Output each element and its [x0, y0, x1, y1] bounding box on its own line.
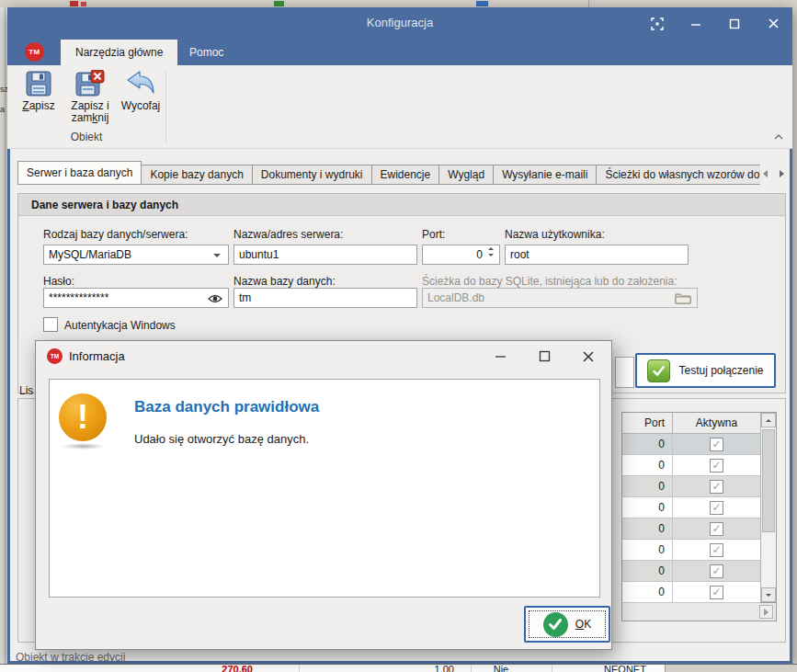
- active-checkbox[interactable]: [710, 522, 723, 536]
- tab-wysylanie-email[interactable]: Wysyłanie e-maili: [493, 165, 597, 185]
- table-row[interactable]: 0: [622, 582, 760, 603]
- spin-up-icon[interactable]: [488, 247, 494, 250]
- tab-wyglad[interactable]: Wygląd: [438, 165, 494, 185]
- port-spinner[interactable]: 0: [422, 245, 500, 265]
- active-checkbox[interactable]: [710, 543, 723, 557]
- ribbon-tab-narzedzia-glowne[interactable]: Narzędzia główne: [61, 40, 177, 65]
- dialog-maximize-button[interactable]: [529, 346, 560, 367]
- db-type-value: MySQL/MariaDB: [49, 248, 131, 261]
- chevron-up-icon: [773, 133, 784, 141]
- chevron-left-icon: [763, 170, 768, 177]
- username-input[interactable]: root: [505, 245, 689, 265]
- maximize-button[interactable]: [721, 14, 748, 33]
- port-cell: 0: [622, 582, 673, 602]
- port-cell: 0: [622, 455, 673, 475]
- ok-button-label: OK: [575, 618, 591, 631]
- table-row[interactable]: 0: [622, 540, 760, 561]
- scroll-down-button[interactable]: [761, 587, 776, 602]
- dialog-minimize-button[interactable]: [484, 346, 516, 367]
- table-row[interactable]: 0: [622, 518, 760, 540]
- db-type-label: Rodzaj bazy danych/serwera:: [43, 228, 188, 241]
- save-close-floppy-icon: [75, 70, 105, 97]
- dbname-input[interactable]: tm: [233, 288, 417, 308]
- settings-tabstrip: Serwer i baza danych Kopie bazy danych D…: [17, 161, 760, 185]
- dialog-title-bar[interactable]: TM Informacja: [36, 341, 611, 371]
- tab-serwer-i-baza-danych[interactable]: Serwer i baza danych: [17, 161, 142, 185]
- ok-button[interactable]: OK: [524, 606, 610, 643]
- port-label: Port:: [422, 228, 445, 241]
- tabs-scroll-right-button[interactable]: [775, 166, 789, 180]
- server-address-label: Nazwa/adres serwera:: [233, 228, 343, 241]
- sqlite-path-label: Ścieżka do bazy SQLite, istniejąca lub d…: [422, 275, 677, 288]
- column-header-aktywna[interactable]: Aktywna: [673, 413, 760, 433]
- arrow-down-icon: [766, 594, 771, 597]
- ribbon-collapse-button[interactable]: [772, 131, 785, 142]
- table-row[interactable]: 0: [622, 561, 760, 582]
- dialog-content: ! Baza danych prawidłowa Udało się otwor…: [49, 379, 600, 598]
- save-and-close-button[interactable]: Zapisz i zamknij: [64, 70, 116, 124]
- windows-auth-checkbox[interactable]: [43, 317, 58, 332]
- background-text-fragment: a: [0, 105, 5, 114]
- table-row[interactable]: 0: [622, 434, 760, 455]
- background-divider: [588, 0, 589, 7]
- port-cell: 0: [622, 497, 673, 518]
- dbname-label: Nazwa bazy danych:: [233, 275, 336, 288]
- sqlite-path-input: LocalDB.db: [422, 288, 698, 308]
- ribbon-tab-pomoc[interactable]: Pomoc: [175, 40, 238, 65]
- save-button-label: Zapisz: [22, 100, 54, 112]
- vertical-scrollbar[interactable]: [760, 413, 776, 602]
- username-value: root: [510, 248, 529, 261]
- dialog-message: Udało się otworzyć bazę danych.: [134, 432, 309, 446]
- password-input[interactable]: **************: [43, 288, 229, 308]
- sqlite-path-value: LocalDB.db: [427, 291, 484, 304]
- minimize-button[interactable]: [682, 14, 710, 33]
- table-row[interactable]: 0: [622, 455, 760, 476]
- scroll-up-button[interactable]: [761, 413, 776, 427]
- port-value: 0: [476, 248, 483, 261]
- db-type-combobox[interactable]: MySQL/MariaDB: [43, 245, 229, 265]
- table-row[interactable]: 0: [622, 476, 760, 497]
- close-button[interactable]: [759, 14, 787, 33]
- ribbon-group-separator: [165, 71, 166, 144]
- save-button[interactable]: Zapisz: [15, 70, 63, 112]
- server-address-input[interactable]: ubuntu1: [233, 245, 417, 265]
- table-row[interactable]: 0: [622, 497, 760, 518]
- tabs-scroll-left-button[interactable]: [758, 166, 772, 180]
- app-logo-tm[interactable]: TM: [25, 42, 44, 62]
- tab-ewidencje[interactable]: Ewidencje: [371, 165, 440, 185]
- spin-down-icon[interactable]: [488, 254, 494, 256]
- active-checkbox[interactable]: [710, 438, 723, 451]
- dialog-close-button[interactable]: [573, 346, 604, 367]
- column-header-port[interactable]: Port: [622, 413, 673, 433]
- background-text-fragment: sz: [0, 85, 7, 94]
- show-password-button[interactable]: [208, 293, 222, 307]
- active-checkbox[interactable]: [710, 459, 723, 473]
- save-and-close-button-label: Zapisz i zamknij: [71, 100, 108, 124]
- active-checkbox[interactable]: [710, 501, 723, 515]
- informacja-dialog: TM Informacja ! Baza danych p: [35, 340, 612, 650]
- undo-button[interactable]: Wycofaj: [118, 70, 164, 112]
- save-floppy-icon: [25, 70, 52, 97]
- scroll-right-button[interactable]: [759, 605, 773, 619]
- tab-sciezki-wzorow[interactable]: Ścieżki do własnych wzorów dokumentów: [596, 165, 760, 185]
- maximize-icon: [539, 350, 551, 362]
- test-connection-label: Testuj połączenie: [678, 364, 763, 377]
- browse-folder-button[interactable]: [672, 290, 694, 305]
- background-divider: [5, 7, 6, 664]
- arrow-right-icon: [764, 609, 769, 616]
- active-checkbox[interactable]: [710, 564, 723, 578]
- active-checkbox[interactable]: [710, 586, 723, 599]
- scrollbar-thumb[interactable]: [762, 429, 775, 532]
- close-icon: [767, 17, 780, 30]
- horizontal-scrollbar[interactable]: [621, 603, 777, 621]
- port-cell: 0: [622, 561, 673, 581]
- pin-focus-button[interactable]: [643, 14, 671, 33]
- active-checkbox[interactable]: [710, 480, 723, 494]
- test-connection-button[interactable]: Testuj połączenie: [635, 353, 776, 388]
- tab-kopie-bazy-danych[interactable]: Kopie bazy danych: [141, 165, 252, 185]
- partially-hidden-control: [615, 357, 634, 388]
- title-bar[interactable]: Konfiguracja: [7, 7, 792, 40]
- tab-dokumenty-i-wydruki[interactable]: Dokumenty i wydruki: [252, 165, 372, 185]
- folder-icon: [675, 292, 691, 304]
- windows-auth-label: Autentykacja Windows: [64, 319, 176, 332]
